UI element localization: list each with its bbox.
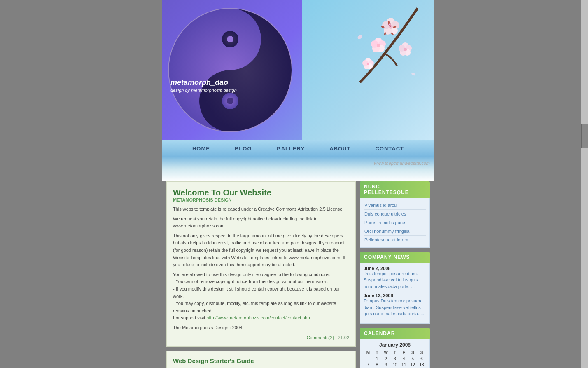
news-text-1[interactable]: Duis tempor posuere diam. Suspendisse ve… [364,271,426,290]
content-area: Welcome To Our Website METAMORPHOSIS DES… [162,181,434,368]
nav-gallery[interactable]: GALLERY [264,141,317,156]
news-date-1: June 2, 2008 [364,266,390,271]
header-text-block: metamorph_dao design by metamorphosis de… [170,78,237,93]
site-title: metamorph_dao [170,78,237,87]
scrollbar-thumb[interactable] [581,124,588,148]
site-subtitle: design by metamorphosis design [170,88,237,93]
sidebar-nunc-section: NUNC PELLENTESQUE Vivamus id arcu Duis c… [360,181,430,248]
flowers-background [302,0,434,140]
calendar-day[interactable]: 6 [417,356,426,362]
post-signature: The Metamorphosis Design : 2008 [173,324,349,332]
sidebar-link-3[interactable]: Purus in mollis purus [364,218,426,227]
main-post: Welcome To Our Website METAMORPHOSIS DES… [166,181,356,347]
calendar-grid: M T W T F S S 12345678910111213 [364,349,426,368]
news-date-2: June 12, 2008 [364,293,393,298]
second-post: Web Design Starter's Guide More Free Web… [166,351,356,368]
calendar-day[interactable]: 9 [381,362,390,368]
sidebar-calendar-header: CALENDAR [360,328,430,339]
calendar-day [364,356,373,362]
calendar-day[interactable]: 12 [408,362,418,368]
sidebar-link-5[interactable]: Pellentesque at lorem [364,236,426,244]
cal-header-s2: S [417,349,426,356]
cal-header-s1: S [408,349,418,356]
sidebar-nunc-header: NUNC PELLENTESQUE [360,181,430,198]
calendar-day[interactable]: 1 [373,356,382,362]
cal-header-t1: T [373,349,382,356]
site-header: metamorph_dao design by metamorphosis de… [162,0,434,140]
sidebar-news-content: June 2, 2008 Duis tempor posuere diam. S… [360,263,430,324]
calendar-day[interactable]: 10 [390,362,399,368]
cal-header-f: F [399,349,408,356]
svg-point-33 [357,35,363,40]
cal-header-t2: T [390,349,399,356]
comments-link[interactable]: Comments(2) [307,335,334,340]
post-date: 21.02 [338,335,349,340]
sidebar-news-header: COMPANY NEWS [360,252,430,263]
post-subtitle: METAMORPHOSIS DESIGN [173,197,349,202]
sidebar-link-2[interactable]: Duis congue ultricies [364,210,426,218]
svg-point-34 [411,72,415,76]
sidebar-calendar-content: January 2008 M T W T F S S [360,339,430,368]
main-content: Welcome To Our Website METAMORPHOSIS DES… [166,181,356,368]
nav-contact[interactable]: CONTACT [363,141,416,156]
cal-header-m: M [364,349,373,356]
guide-link-1[interactable]: More Free Website Templates [181,367,241,368]
news-text-2[interactable]: Tempus Duis tempor posuere diam. Suspend… [364,298,426,317]
nav-about[interactable]: ABOUT [317,141,363,156]
calendar-day[interactable]: 2 [381,356,390,362]
yin-yang-decoration [166,0,298,140]
sidebar-link-4[interactable]: Orci nonummy fringilla [364,227,426,236]
calendar-day[interactable]: 8 [373,362,382,368]
sidebar: NUNC PELLENTESQUE Vivamus id arcu Duis c… [360,181,430,368]
calendar-day[interactable]: 11 [399,362,408,368]
svg-point-26 [404,48,407,51]
calendar-day[interactable]: 5 [408,356,418,362]
calendar-day[interactable]: 7 [364,362,373,368]
calendar-day[interactable]: 4 [399,356,408,362]
sidebar-nunc-content: Vivamus id arcu Duis congue ultricies Pu… [360,198,430,248]
second-post-title: Web Design Starter's Guide [173,357,349,364]
sidebar-calendar-section: CALENDAR January 2008 M T W T F [360,328,430,368]
cal-header-w: W [381,349,390,356]
list-item: More Free Website Templates [181,367,349,368]
sidebar-link-1[interactable]: Vivamus id arcu [364,201,426,210]
calendar-day[interactable]: 13 [417,362,426,368]
support-link[interactable]: http://www.metamorphozis.com/contact/con… [206,315,310,320]
svg-point-20 [377,44,380,47]
sidebar-news-section: COMPANY NEWS June 2, 2008 Duis tempor po… [360,252,430,324]
scrollbar[interactable] [581,0,588,368]
svg-point-4 [227,98,233,104]
nav-home[interactable]: HOME [180,141,222,156]
post-title: Welcome To Our Website [173,188,349,197]
sub-header-gradient: www.thepcmanwebsite.com [162,157,434,181]
post-body: This website template is released under … [173,206,349,332]
calendar-month: January 2008 [364,342,426,348]
post-footer: Comments(2) · 21.02 [173,335,349,340]
svg-point-3 [227,36,233,42]
news-item-2: June 12, 2008 Tempus Duis tempor posuere… [364,293,426,317]
nav-blog[interactable]: BLOG [222,141,264,156]
starter-guide-list: More Free Website Templates Flash Templa… [181,367,349,368]
calendar-day[interactable]: 3 [390,356,399,362]
news-item-1: June 2, 2008 Duis tempor posuere diam. S… [364,266,426,290]
main-navigation: HOME BLOG GALLERY ABOUT CONTACT [162,140,434,157]
svg-point-32 [367,63,369,65]
svg-point-35 [388,21,390,24]
watermark: www.thepcmanwebsite.com [374,161,430,166]
svg-point-19 [371,40,378,48]
